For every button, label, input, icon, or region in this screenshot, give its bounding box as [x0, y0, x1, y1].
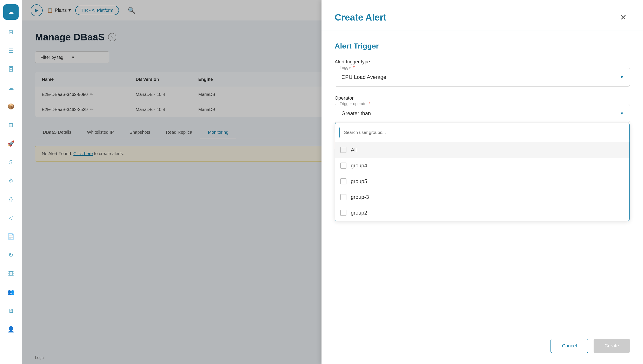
operator-select[interactable]: Greater than ▾: [335, 104, 630, 122]
dropdown-option-group4[interactable]: group4: [335, 158, 629, 174]
operator-required: *: [369, 102, 370, 106]
trigger-select-wrapper: Trigger * CPU Load Average ▾: [335, 68, 630, 86]
cancel-button[interactable]: Cancel: [550, 339, 588, 353]
rocket-icon[interactable]: 🚀: [5, 138, 17, 150]
code-icon[interactable]: {}: [5, 193, 17, 206]
trigger-required: *: [353, 65, 355, 70]
dropdown-option-group2[interactable]: group2: [335, 205, 629, 221]
modal-body: Alert Trigger Alert trigger type Trigger…: [322, 31, 643, 332]
grid2-icon[interactable]: ⊞: [5, 119, 17, 131]
modal-footer: Cancel Create: [322, 332, 643, 364]
user-groups-dropdown: All group4 group5 group-3: [335, 123, 630, 221]
trigger-select[interactable]: CPU Load Average ▾: [335, 68, 630, 86]
checkbox-group4[interactable]: [340, 162, 347, 169]
settings-icon[interactable]: ⚙: [5, 175, 17, 187]
create-button[interactable]: Create: [593, 339, 630, 353]
server-icon[interactable]: ☰: [5, 45, 17, 57]
modal-close-button[interactable]: ✕: [617, 11, 630, 24]
option-label-group2: group2: [351, 210, 367, 216]
search-user-groups-input[interactable]: [340, 127, 625, 138]
operator-arrow-icon: ▾: [621, 110, 623, 116]
checkbox-group5[interactable]: [340, 178, 347, 184]
dropdown-option-all[interactable]: All: [335, 142, 629, 158]
alert-trigger-type-label: Alert trigger type: [335, 59, 630, 65]
group-icon[interactable]: 👥: [5, 286, 17, 298]
modal-title: Create Alert: [335, 12, 387, 23]
option-label-group4: group4: [351, 162, 367, 169]
operator-value: Greater than: [342, 110, 371, 116]
operator-floating-label: Trigger operator *: [338, 102, 372, 106]
document-icon[interactable]: 📄: [5, 230, 17, 242]
storage-icon[interactable]: 📦: [5, 100, 17, 112]
app-logo[interactable]: ☁: [3, 4, 19, 20]
search-wrap: [335, 123, 629, 142]
billing-icon[interactable]: $: [5, 156, 17, 168]
dropdown-option-group-3[interactable]: group-3: [335, 189, 629, 205]
option-label-all: All: [351, 147, 357, 153]
option-label-group-3: group-3: [351, 194, 369, 200]
modal-header: Create Alert ✕: [322, 0, 643, 31]
modal-overlay[interactable]: [22, 0, 343, 364]
trigger-arrow-icon: ▾: [621, 74, 623, 80]
branch-icon[interactable]: ◁: [5, 212, 17, 224]
image-icon[interactable]: 🖼: [5, 268, 17, 280]
refresh-icon[interactable]: ↻: [5, 249, 17, 261]
database-icon[interactable]: 🗄: [5, 63, 17, 76]
monitor-icon[interactable]: 🖥: [5, 305, 17, 317]
operator-select-wrapper: Trigger operator * Greater than ▾ All: [335, 104, 630, 123]
alert-trigger-type-group: Alert trigger type Trigger * CPU Load Av…: [335, 59, 630, 86]
operator-group: Operator Trigger operator * Greater than…: [335, 95, 630, 123]
network-icon[interactable]: ☁: [5, 82, 17, 94]
operator-label: Operator: [335, 95, 630, 101]
dropdown-option-group5[interactable]: group5: [335, 174, 629, 189]
dashboard-icon[interactable]: ⊞: [5, 26, 17, 38]
checkbox-group-3[interactable]: [340, 194, 347, 200]
user-add-icon[interactable]: 👤: [5, 323, 17, 336]
section-alert-trigger: Alert Trigger: [335, 42, 630, 50]
trigger-floating-label: Trigger *: [338, 65, 356, 70]
trigger-value: CPU Load Average: [342, 74, 386, 80]
sidebar: ☁ ⊞ ☰ 🗄 ☁ 📦 ⊞ 🚀 $ ⚙ {} ◁ 📄 ↻ 🖼 👥 🖥 👤: [0, 0, 22, 364]
checkbox-all[interactable]: [340, 147, 347, 153]
checkbox-group2[interactable]: [340, 210, 347, 216]
create-alert-modal: Create Alert ✕ Alert Trigger Alert trigg…: [322, 0, 643, 364]
option-label-group5: group5: [351, 178, 367, 184]
